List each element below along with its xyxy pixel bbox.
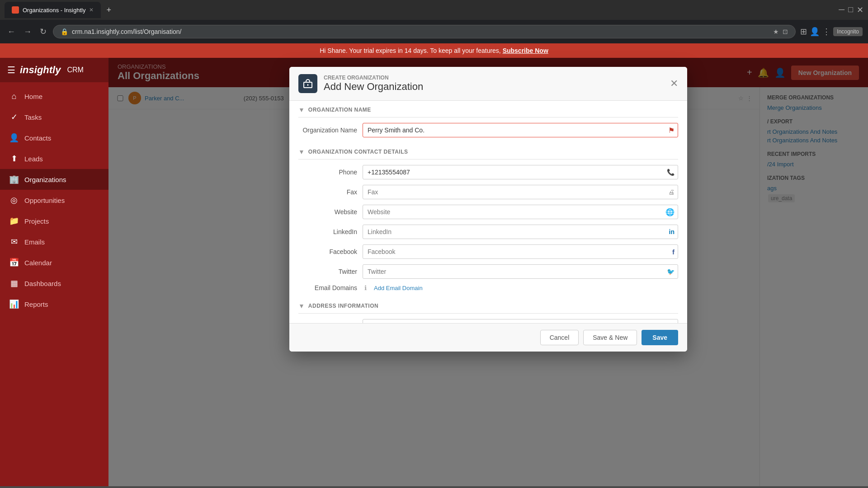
trial-banner: Hi Shane. Your trial expires in 14 days.… — [0, 43, 868, 58]
sidebar-nav: ⌂ Home ✓ Tasks 👤 Contacts ⬆ Leads 🏢 Orga… — [0, 82, 108, 486]
phone-input[interactable] — [363, 165, 678, 179]
profile-icon[interactable]: 👤 — [810, 27, 820, 37]
modal-org-icon — [298, 74, 317, 93]
facebook-icon: f — [672, 248, 675, 256]
fax-input-wrap: 🖨 — [363, 185, 678, 199]
save-button[interactable]: Save — [642, 330, 678, 345]
phone-input-wrap: 📞 — [363, 165, 678, 179]
hamburger-menu[interactable]: ☰ — [7, 65, 15, 75]
active-tab[interactable]: Organizations - Insightly ✕ — [5, 2, 101, 18]
linkedin-row: LinkedIn in — [298, 225, 678, 239]
new-tab-button[interactable]: + — [103, 4, 115, 17]
home-icon: ⌂ — [9, 91, 19, 101]
org-name-input-wrap: ⚑ — [363, 123, 678, 137]
sidebar-item-organizations[interactable]: 🏢 Organizations — [0, 169, 108, 190]
billing-input[interactable] — [363, 319, 678, 323]
sidebar-contacts-label: Contacts — [24, 134, 51, 142]
logo: insightly — [20, 64, 61, 76]
sidebar-item-leads[interactable]: ⬆ Leads — [0, 148, 108, 169]
sidebar-item-opportunities[interactable]: ◎ Opportunities — [0, 190, 108, 211]
linkedin-label: LinkedIn — [298, 228, 357, 235]
facebook-input[interactable] — [363, 244, 678, 259]
sidebar-item-tasks[interactable]: ✓ Tasks — [0, 107, 108, 127]
org-name-section-header: ▼ ORGANIZATION NAME — [298, 101, 678, 117]
billing-input-wrap — [363, 319, 678, 323]
cancel-button[interactable]: Cancel — [540, 330, 579, 345]
org-name-row: Organization Name ⚑ — [298, 123, 678, 137]
save-and-new-button[interactable]: Save & New — [583, 330, 637, 345]
maximize-button[interactable]: □ — [848, 5, 853, 15]
incognito-badge: Incognito — [833, 27, 863, 36]
website-label: Website — [298, 208, 357, 216]
facebook-row: Facebook f — [298, 244, 678, 259]
org-name-chevron[interactable]: ▼ — [298, 106, 305, 113]
org-name-input[interactable] — [363, 123, 678, 137]
reports-icon: 📊 — [9, 299, 19, 309]
projects-icon: 📁 — [9, 216, 19, 226]
contact-details-section-title: ORGANIZATION CONTACT DETAILS — [308, 149, 408, 155]
sidebar-item-reports[interactable]: 📊 Reports — [0, 294, 108, 314]
required-icon: ⚑ — [668, 126, 675, 135]
phone-row: Phone 📞 — [298, 165, 678, 179]
fax-icon: 🖨 — [668, 188, 675, 196]
sidebar-header: ☰ insightly CRM — [0, 58, 108, 82]
address-bar[interactable]: 🔒 crm.na1.insightly.com/list/Organisatio… — [53, 25, 796, 38]
sidebar-item-home[interactable]: ⌂ Home — [0, 86, 108, 107]
main-area: ORGANIZATIONS All Organizations + 🔔 👤 Ne… — [108, 58, 868, 486]
sidebar-home-label: Home — [24, 93, 42, 100]
calendar-icon: 📅 — [9, 258, 19, 267]
twitter-input-wrap: 🐦 — [363, 264, 678, 279]
fax-row: Fax 🖨 — [298, 185, 678, 199]
fax-input[interactable] — [363, 185, 678, 199]
add-organization-modal: CREATE ORGANIZATION Add New Organization… — [289, 67, 687, 352]
browser-chrome: Organizations - Insightly ✕ + ─ □ ✕ — [0, 0, 868, 20]
settings-icon[interactable]: ⋮ — [822, 27, 830, 37]
opportunities-icon: ◎ — [9, 195, 19, 205]
back-button[interactable]: ← — [5, 25, 17, 38]
facebook-label: Facebook — [298, 248, 357, 255]
address-section-header: ▼ ADDRESS INFORMATION — [298, 297, 678, 314]
contact-details-chevron[interactable]: ▼ — [298, 148, 305, 155]
website-input[interactable] — [363, 205, 678, 219]
twitter-row: Twitter 🐦 — [298, 264, 678, 279]
leads-icon: ⬆ — [9, 154, 19, 164]
emails-icon: ✉ — [9, 237, 19, 247]
phone-label: Phone — [298, 169, 357, 176]
add-email-domain-link[interactable]: Add Email Domain — [374, 285, 423, 291]
subscribe-link[interactable]: Subscribe Now — [503, 47, 548, 54]
organizations-icon: 🏢 — [9, 174, 19, 184]
address-chevron[interactable]: ▼ — [298, 302, 305, 310]
website-input-wrap: 🌐 — [363, 205, 678, 219]
tab-close-button[interactable]: ✕ — [89, 7, 94, 13]
sidebar-item-contacts[interactable]: 👤 Contacts — [0, 127, 108, 148]
sidebar-item-calendar[interactable]: 📅 Calendar — [0, 252, 108, 273]
forward-button[interactable]: → — [22, 25, 33, 38]
org-name-section-title: ORGANIZATION NAME — [308, 107, 371, 113]
org-name-label: Organization Name — [298, 127, 357, 134]
email-domains-label: Email Domains — [298, 284, 357, 291]
modal-header: CREATE ORGANIZATION Add New Organization… — [289, 67, 687, 101]
modal-title: Add New Organization — [324, 81, 664, 93]
modal-header-text: CREATE ORGANIZATION Add New Organization — [324, 75, 664, 93]
linkedin-input-wrap: in — [363, 225, 678, 239]
modal-close-button[interactable]: ✕ — [670, 78, 678, 89]
extensions-icon[interactable]: ⊞ — [800, 27, 807, 37]
modal-body: ▼ ORGANIZATION NAME Organization Name ⚑ … — [289, 101, 687, 323]
sidebar-item-projects[interactable]: 📁 Projects — [0, 211, 108, 231]
trial-text: Hi Shane. Your trial expires in 14 days.… — [320, 47, 501, 54]
twitter-input[interactable] — [363, 264, 678, 279]
sidebar-emails-label: Emails — [24, 238, 45, 246]
url-text: crm.na1.insightly.com/list/Organisation/ — [72, 28, 182, 35]
sidebar-item-dashboards[interactable]: ▦ Dashboards — [0, 273, 108, 294]
app-layout: ☰ insightly CRM ⌂ Home ✓ Tasks 👤 Contact… — [0, 58, 868, 486]
email-domains-info-icon[interactable]: ℹ — [364, 284, 367, 291]
linkedin-input[interactable] — [363, 225, 678, 239]
sidebar-item-emails[interactable]: ✉ Emails — [0, 231, 108, 252]
crm-label: CRM — [67, 66, 83, 74]
reload-button[interactable]: ↻ — [38, 25, 48, 38]
create-label: CREATE ORGANIZATION — [324, 75, 664, 81]
minimize-button[interactable]: ─ — [839, 5, 844, 15]
sidebar-projects-label: Projects — [24, 217, 49, 225]
sidebar: ☰ insightly CRM ⌂ Home ✓ Tasks 👤 Contact… — [0, 58, 108, 486]
close-window-button[interactable]: ✕ — [857, 5, 863, 15]
